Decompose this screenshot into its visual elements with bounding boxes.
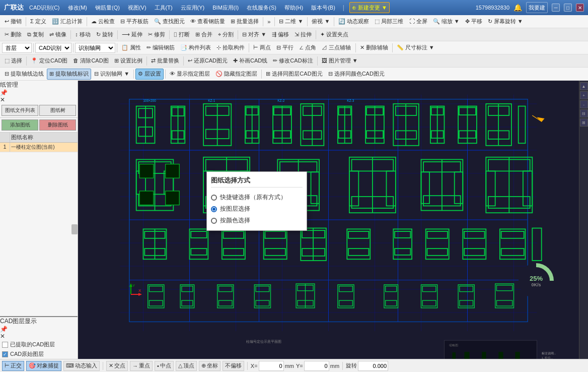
extract-axis-edge-btn[interactable]: ⊟ 提取轴线边线 bbox=[2, 69, 46, 80]
set-scale-btn[interactable]: ⊞ 设置比例 bbox=[112, 55, 145, 67]
recog-axis-btn[interactable]: ⊟ 识别轴网 ▼ bbox=[92, 69, 132, 80]
paper-tree-tab[interactable]: 图纸树 bbox=[39, 105, 76, 116]
extracted-checkbox[interactable] bbox=[2, 342, 8, 348]
midpoint-btn[interactable]: → 重点 bbox=[130, 361, 153, 371]
new-change-btn[interactable]: ⊕ 新建变更 ▼ bbox=[349, 2, 390, 13]
component-list-btn[interactable]: 📑 构件列表 bbox=[178, 42, 213, 53]
image-manage-btn[interactable]: 🖼 图片管理 ▼ bbox=[319, 55, 360, 67]
delete-paper-btn[interactable]: 删除图纸 bbox=[39, 119, 76, 131]
zoom-btn[interactable]: 🔍 缩放 ▼ bbox=[430, 16, 462, 27]
add-cad-line-btn[interactable]: ✚ 补画CAD线 bbox=[231, 55, 270, 67]
del-axis-btn[interactable]: ✕ 删除辅轴 bbox=[357, 42, 391, 53]
add-paper-btn[interactable]: 添加图纸 bbox=[2, 119, 38, 131]
vertex-btn[interactable]: △ 顶点 bbox=[176, 361, 197, 371]
move2-btn[interactable]: ↕ 移动 bbox=[72, 29, 93, 40]
orthogonal-btn[interactable]: ⊢ 正交 bbox=[2, 361, 24, 371]
floor-dropdown[interactable]: 首层二层基础层 bbox=[2, 43, 32, 53]
trim-btn[interactable]: ✂ 修剪 bbox=[145, 29, 168, 40]
screen-rotate-btn[interactable]: ↻ 屏幕旋转 ▼ bbox=[485, 16, 526, 27]
extract-axis-label-btn[interactable]: ⊞ 提取轴线标识 bbox=[47, 69, 91, 80]
three-point-btn[interactable]: ⊿ 三点辅轴 bbox=[319, 42, 353, 53]
select-same-layer-btn[interactable]: ⊞ 选择同图层CAD图元 bbox=[263, 69, 325, 80]
calculate-btn[interactable]: 🔢 汇总计算 bbox=[49, 16, 85, 27]
y-input[interactable] bbox=[304, 361, 329, 371]
find-element-btn[interactable]: 🔍 查找图元 bbox=[152, 16, 187, 27]
radio-by-layer-circle[interactable] bbox=[211, 206, 217, 212]
property-btn[interactable]: 📋 属性 bbox=[119, 42, 143, 53]
batch-select-btn[interactable]: ⊞ 批量选择 bbox=[228, 16, 261, 27]
set-grips-btn[interactable]: ✦ 设置夹点 bbox=[318, 29, 351, 40]
cloud-check-btn[interactable]: ☁ 云检查 bbox=[89, 16, 117, 27]
right-btn-1[interactable]: ▲ bbox=[580, 82, 588, 90]
menu-view[interactable]: 视图(V) bbox=[125, 2, 149, 13]
fullscreen-btn[interactable]: ⛶ 全屏 bbox=[407, 16, 430, 27]
menu-rebar[interactable]: 钢筋量(Q) bbox=[93, 2, 122, 13]
bell-icon[interactable]: 🔔 bbox=[513, 4, 522, 12]
radio-by-color-circle[interactable] bbox=[211, 218, 217, 224]
dynamic-observe-btn[interactable]: 🔄 动态观察 bbox=[336, 16, 372, 27]
2d-btn[interactable]: ⊟ 二维 ▼ bbox=[276, 16, 306, 27]
undo-btn[interactable]: ↩ 撤销 bbox=[2, 16, 24, 27]
select-same-color-btn[interactable]: ⊟ 选择同颜色CAD图元 bbox=[326, 69, 387, 80]
center-btn[interactable]: • 中点 bbox=[155, 361, 174, 371]
menu-cad[interactable]: CAD识别(C) bbox=[27, 2, 62, 13]
cad-mode-dropdown[interactable]: CAD识别 bbox=[35, 43, 71, 53]
stretch-btn[interactable]: ⇲ 拉伸 bbox=[292, 29, 314, 40]
menu-help[interactable]: 帮助(H) bbox=[282, 2, 306, 13]
clear-cad-btn[interactable]: 🗑 清除CAD图 bbox=[70, 55, 111, 67]
modify-cad-label-btn[interactable]: ✏ 修改CAD标注 bbox=[270, 55, 315, 67]
minimize-button[interactable]: ─ bbox=[552, 4, 560, 12]
layer-setting-btn[interactable]: ⚙ 层设置 bbox=[135, 69, 164, 80]
menu-bim[interactable]: BIM应用(I) bbox=[210, 2, 241, 13]
locate-cad-btn[interactable]: 📍 定位CAD图 bbox=[28, 55, 70, 67]
paper-file-list-tab[interactable]: 图纸文件列表 bbox=[2, 105, 38, 116]
select-btn[interactable]: ⬚ 选择 bbox=[2, 55, 25, 67]
dynamic-input-btn[interactable]: ⌨ 动态输入 bbox=[63, 361, 100, 371]
cad-panel-close-btn[interactable]: ✕ bbox=[0, 333, 78, 340]
move-btn[interactable]: ✥ 平移 bbox=[463, 16, 485, 27]
flat-plate-btn[interactable]: ⊟ 平齐板筋 bbox=[118, 16, 151, 27]
rotate-btn[interactable]: ↻ 旋转 bbox=[94, 29, 116, 40]
mirror-btn[interactable]: ⇌ 镜像 bbox=[47, 29, 69, 40]
offset-btn[interactable]: ⇶ 偏移 bbox=[269, 29, 291, 40]
scroll-thumb[interactable] bbox=[71, 224, 78, 234]
right-btn-4[interactable]: ⊟ bbox=[580, 109, 588, 117]
object-snap-btn[interactable]: 🎯 对象捕捉 bbox=[26, 361, 61, 371]
radio-by-color[interactable]: 按颜色选择 bbox=[211, 215, 303, 226]
layer-extracted[interactable]: 已提取的CAD图层 bbox=[0, 340, 78, 349]
rotate-input[interactable] bbox=[358, 361, 388, 371]
parallel-btn[interactable]: ⊟ 平行 bbox=[274, 42, 296, 53]
hide-layer-btn[interactable]: 🚫 隐藏指定图层 bbox=[213, 69, 260, 80]
panel-pin-btn[interactable]: 📌 bbox=[0, 89, 78, 96]
two-point-btn[interactable]: ⊢ 两点 bbox=[251, 42, 273, 53]
split-btn[interactable]: ⌖ 分割 bbox=[215, 29, 236, 40]
menu-online[interactable]: 在线服务(S) bbox=[244, 2, 279, 13]
panel-close-btn[interactable]: ✕ bbox=[0, 96, 78, 103]
copy-btn[interactable]: ⧉ 复制 bbox=[25, 29, 46, 40]
edit-rebar-btn[interactable]: ✏ 编辑钢筋 bbox=[144, 42, 177, 53]
right-btn-5[interactable]: ⊞ bbox=[580, 118, 588, 127]
axis-recog-dropdown[interactable]: 识别轴网 bbox=[75, 43, 115, 53]
align-btn[interactable]: ⊟ 对齐 ▼ bbox=[240, 29, 269, 40]
table-row[interactable]: 1 一楼柱定位图(当前) bbox=[0, 143, 78, 152]
layer-original[interactable]: ✓ CAD原始图层 bbox=[0, 349, 78, 359]
menu-tools[interactable]: 工具(T) bbox=[152, 2, 175, 13]
maximize-button[interactable]: □ bbox=[564, 4, 572, 12]
local-3d-btn[interactable]: ⬚ 局部三维 bbox=[372, 16, 406, 27]
merge-btn[interactable]: ⊞ 合并 bbox=[193, 29, 215, 40]
menu-modify[interactable]: 修改(M) bbox=[65, 2, 90, 13]
define-btn[interactable]: Σ 定义 bbox=[28, 16, 49, 27]
cad-panel-pin-btn[interactable]: 📌 bbox=[0, 326, 78, 333]
batch-replace-btn[interactable]: ⇄ 批量替换 bbox=[149, 55, 182, 67]
cad-canvas[interactable]: 图纸选择方式 快捷键选择（原有方式） 按图层选择 按颜色选择 bbox=[78, 81, 579, 359]
radio-by-layer[interactable]: 按图层选择 bbox=[211, 203, 303, 215]
intersection-btn[interactable]: ✕ 交点 bbox=[106, 361, 128, 371]
menu-version[interactable]: 版本号(B) bbox=[309, 2, 338, 13]
no-offset-btn[interactable]: 不偏移 bbox=[223, 361, 244, 371]
right-btn-2[interactable]: + bbox=[580, 91, 588, 99]
restore-cad-btn[interactable]: ↩ 还原CAD图元 bbox=[185, 55, 230, 67]
close-button[interactable]: ✕ bbox=[576, 4, 584, 12]
top-view-btn[interactable]: 俯视 ▼ bbox=[309, 16, 332, 27]
right-btn-3[interactable]: - bbox=[580, 100, 588, 108]
radio-shortcut-circle[interactable] bbox=[211, 195, 217, 201]
